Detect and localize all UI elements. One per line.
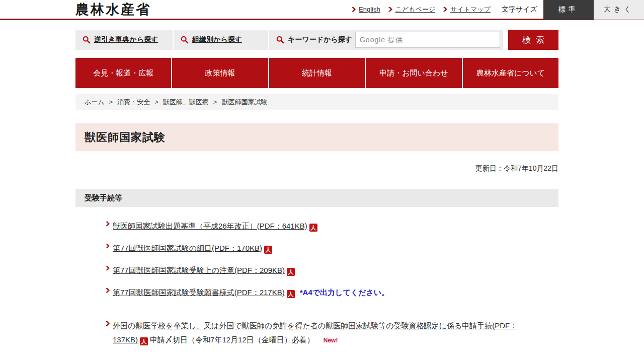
header-link-sitemap-label[interactable]: サイトマップ: [450, 5, 491, 14]
page-title: 獣医師国家試験: [85, 130, 166, 145]
breadcrumb: ホーム > 消費・安全 > 獣医師、獣医療 > 獣医師国家試験: [75, 94, 558, 110]
list-item: 獣医師国家試験出題基準（平成26年改正）(PDF：641KB)人: [106, 219, 538, 233]
pdf-link-exam-notes[interactable]: 第77回獣医師国家試験受験上の注意(PDF：209KB): [113, 266, 285, 274]
breadcrumb-separator: >: [154, 98, 158, 106]
arrow-icon: [352, 7, 356, 12]
pdf-link-exam-standards[interactable]: 獣医師国家試験出題基準（平成26年改正）(PDF：641KB): [113, 222, 307, 230]
breadcrumb-veterinary[interactable]: 獣医師、獣医療: [163, 98, 209, 107]
font-size-label: 文字サイズ: [502, 5, 537, 14]
list-item: 第77回獣医師国家試験受験願書様式(PDF：217KB)人*A4で出力してくださ…: [106, 285, 538, 300]
pdf-link-application-form[interactable]: 第77回獣医師国家試験受験願書様式(PDF：217KB): [113, 288, 285, 297]
pdf-icon: 人: [264, 246, 272, 254]
breadcrumb-separator: >: [213, 98, 217, 106]
keyword-search-box: キーワードから探す: [269, 30, 503, 50]
arrow-icon: [106, 288, 110, 293]
header-link-english[interactable]: English: [352, 6, 380, 13]
nav-item-press[interactable]: 会見・報道・広報: [75, 58, 171, 88]
search-submit-button[interactable]: 検索: [508, 30, 558, 50]
site-header: 農林水産省 English こどもページ サイトマップ 文字サイズ 標準 大きく: [0, 0, 644, 20]
list-item: 第77回獣医師国家試験受験上の注意(PDF：209KB)人: [106, 263, 538, 277]
deadline-note: 申請〆切日（令和7年12月12日（金曜日）必着）: [150, 335, 314, 344]
list-item: 外国の獣医学校を卒業し、又は外国で獣医師の免許を得た者の獣医師国家試験等の受験資…: [106, 319, 538, 347]
breadcrumb-current: 獣医師国家試験: [221, 98, 267, 107]
header-link-kids[interactable]: こどもページ: [388, 5, 436, 14]
search-row: 逆引き事典から探す 組織別から探す キーワードから探す 検索: [75, 30, 558, 50]
section-bar: 受験手続等: [75, 189, 558, 207]
breadcrumb-home[interactable]: ホーム: [85, 98, 105, 107]
header-link-english-label[interactable]: English: [359, 6, 380, 13]
reverse-lookup-link[interactable]: 逆引き事典から探す: [94, 35, 158, 44]
reverse-lookup-box[interactable]: 逆引き事典から探す: [75, 30, 173, 50]
nav-item-about[interactable]: 農林水産省について: [463, 58, 558, 88]
header-menu: English こどもページ サイトマップ 文字サイズ 標準 大きく: [352, 0, 644, 20]
breadcrumb-consumer-safety[interactable]: 消費・安全: [117, 98, 150, 107]
pdf-icon: 人: [287, 290, 295, 298]
font-size-standard-button[interactable]: 標準: [543, 0, 594, 20]
page-title-bar: 獣医師国家試験: [75, 123, 558, 151]
arrow-icon: [106, 243, 110, 249]
arrow-icon: [443, 7, 448, 12]
pdf-icon: 人: [309, 224, 317, 232]
header-link-sitemap[interactable]: サイトマップ: [443, 5, 491, 14]
document-list: 獣医師国家試験出題基準（平成26年改正）(PDF：641KB)人 第77回獣医師…: [106, 219, 538, 347]
arrow-icon: [106, 265, 110, 271]
new-badge: New!: [324, 337, 338, 344]
updated-date: 更新日：令和7年10月22日: [75, 164, 558, 173]
search-icon: [83, 36, 91, 44]
pdf-icon: 人: [287, 268, 295, 276]
search-icon: [181, 36, 189, 44]
a4-print-note: *A4で出力してください。: [300, 288, 389, 297]
arrow-icon: [106, 221, 110, 227]
arrow-icon: [388, 7, 393, 12]
arrow-icon: [106, 321, 110, 326]
list-item: 第77回獣医師国家試験の細目(PDF：170KB)人: [106, 241, 538, 255]
keyword-search-input[interactable]: [355, 32, 500, 48]
by-org-link[interactable]: 組織別から探す: [192, 35, 242, 44]
nav-item-statistics[interactable]: 統計情報: [269, 58, 365, 88]
pdf-link-exam-details[interactable]: 第77回獣医師国家試験の細目(PDF：170KB): [113, 244, 262, 252]
nav-item-policy[interactable]: 政策情報: [172, 58, 268, 88]
site-logo[interactable]: 農林水産省: [75, 1, 151, 19]
nav-item-application[interactable]: 申請・お問い合わせ: [366, 58, 461, 88]
keyword-search-label: キーワードから探す: [288, 35, 352, 44]
breadcrumb-separator: >: [109, 98, 113, 106]
search-icon: [276, 36, 284, 44]
by-org-box[interactable]: 組織別から探す: [174, 30, 268, 50]
pdf-icon: 人: [140, 337, 148, 345]
font-size-large-button[interactable]: 大きく: [594, 0, 644, 20]
section-heading: 受験手続等: [85, 193, 122, 203]
global-nav: 会見・報道・広報 政策情報 統計情報 申請・お問い合わせ 農林水産省について: [75, 58, 558, 88]
header-link-kids-label[interactable]: こどもページ: [395, 5, 436, 14]
